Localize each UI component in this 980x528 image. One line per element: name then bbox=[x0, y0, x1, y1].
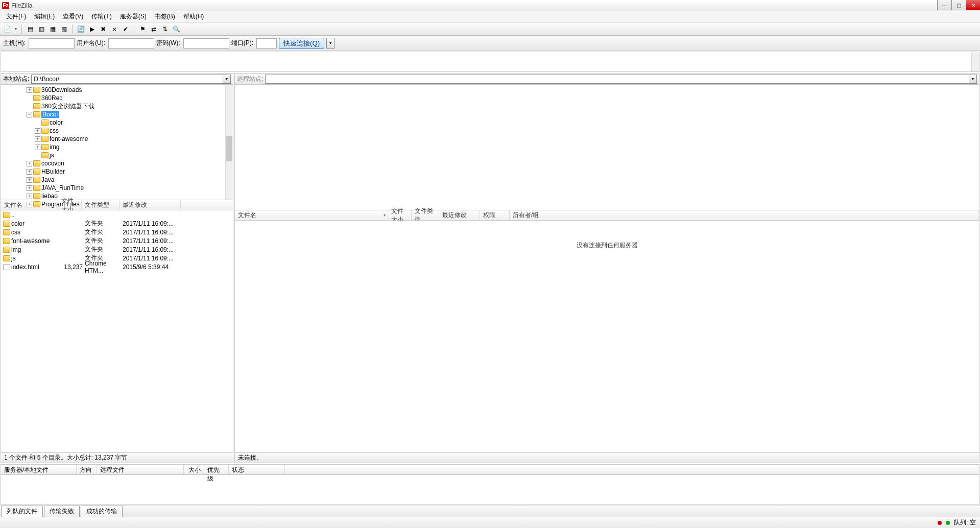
col-filename[interactable]: 文件名 bbox=[235, 210, 388, 220]
scrollbar-thumb[interactable] bbox=[226, 136, 232, 161]
password-input[interactable] bbox=[183, 38, 229, 49]
col-priority[interactable]: 优先级 bbox=[204, 465, 229, 474]
toggle-log-icon[interactable]: ▤ bbox=[25, 24, 35, 34]
sync-browse-icon[interactable]: ⇅ bbox=[160, 24, 170, 34]
tree-item[interactable]: +360Downloads bbox=[1, 86, 233, 94]
col-direction[interactable]: 方向 bbox=[77, 465, 97, 474]
file-row[interactable]: font-awesome文件夹2017/1/11 16:09:... bbox=[1, 236, 233, 245]
tree-label: css bbox=[50, 127, 59, 134]
not-connected-msg: 没有连接到任何服务器 bbox=[235, 241, 979, 250]
minimize-button[interactable]: — bbox=[937, 0, 951, 10]
tree-item[interactable]: −Bocor bbox=[1, 110, 233, 118]
transfer-list[interactable] bbox=[1, 475, 979, 505]
file-row[interactable]: css文件夹2017/1/11 16:09:... bbox=[1, 228, 233, 236]
username-input[interactable] bbox=[108, 38, 154, 49]
local-site-combo[interactable]: D:\Bocor\ ▾ bbox=[31, 75, 231, 84]
tree-item[interactable]: +font-awesome bbox=[1, 135, 233, 143]
dropdown-arrow-icon[interactable]: ▾ bbox=[969, 75, 976, 83]
disconnect-icon[interactable]: ⨯ bbox=[109, 24, 119, 34]
col-owner[interactable]: 所有者/组 bbox=[510, 210, 979, 220]
tree-expander[interactable]: + bbox=[27, 169, 32, 175]
tree-item[interactable]: +css bbox=[1, 127, 233, 135]
col-status[interactable]: 状态 bbox=[229, 465, 285, 474]
folder-icon bbox=[33, 193, 40, 199]
remote-file-list[interactable]: 没有连接到任何服务器 bbox=[235, 221, 979, 452]
quickconnect-dropdown[interactable]: ▾ bbox=[326, 38, 334, 49]
file-row[interactable]: img文件夹2017/1/11 16:09:... bbox=[1, 245, 233, 254]
toggle-queue-icon[interactable]: ▦ bbox=[47, 24, 58, 34]
col-size[interactable]: 大小 bbox=[184, 465, 204, 474]
tree-expander[interactable]: + bbox=[35, 145, 40, 150]
tree-expander[interactable]: + bbox=[35, 128, 40, 134]
cancel-icon[interactable]: ✖ bbox=[98, 24, 108, 34]
tree-expander[interactable]: − bbox=[27, 112, 32, 117]
tree-expander[interactable]: + bbox=[27, 177, 32, 183]
toggle-tree-icon[interactable]: ▥ bbox=[36, 24, 46, 34]
tree-expander[interactable]: + bbox=[27, 161, 32, 166]
tab-failed[interactable]: 传输失败 bbox=[44, 506, 80, 517]
tree-item[interactable]: +Java bbox=[1, 176, 233, 184]
local-tree[interactable]: +360Downloads360Rec360安全浏览器下载−Bocorcolor… bbox=[1, 85, 233, 200]
dropdown-arrow-icon[interactable]: ▾ bbox=[223, 75, 230, 83]
col-filetype[interactable]: 文件类型 bbox=[82, 200, 119, 210]
search-icon[interactable]: 🔍 bbox=[171, 24, 181, 34]
scrollbar[interactable] bbox=[971, 52, 979, 71]
tree-item[interactable]: +img bbox=[1, 143, 233, 151]
col-server-file[interactable]: 服务器/本地文件 bbox=[1, 465, 77, 474]
menu-transfer[interactable]: 传输(T) bbox=[87, 11, 115, 22]
port-input[interactable] bbox=[256, 38, 277, 49]
tab-successful[interactable]: 成功的传输 bbox=[81, 506, 123, 517]
tree-item[interactable]: +cocovpn bbox=[1, 159, 233, 167]
tree-item[interactable]: js bbox=[1, 151, 233, 159]
host-label: 主机(H): bbox=[3, 39, 26, 47]
menu-help[interactable]: 帮助(H) bbox=[179, 11, 208, 22]
col-filetype[interactable]: 文件类型 bbox=[412, 210, 439, 220]
folder-icon bbox=[3, 247, 10, 253]
maximize-button[interactable]: ▢ bbox=[951, 0, 966, 10]
tree-item[interactable]: 360Rec bbox=[1, 94, 233, 102]
tree-item[interactable]: +liebao bbox=[1, 192, 233, 200]
file-row[interactable]: color文件夹2017/1/11 16:09:... bbox=[1, 219, 233, 228]
tree-expander[interactable]: + bbox=[27, 185, 32, 191]
col-lastmod[interactable]: 最近修改 bbox=[119, 200, 181, 210]
col-remote-file[interactable]: 远程文件 bbox=[97, 465, 184, 474]
file-row[interactable]: .. bbox=[1, 210, 233, 219]
tree-expander[interactable]: + bbox=[27, 87, 32, 93]
tree-expander[interactable]: + bbox=[27, 194, 32, 199]
quickconnect-button[interactable]: 快速连接(Q) bbox=[279, 38, 324, 49]
scrollbar[interactable] bbox=[225, 85, 233, 200]
tree-item[interactable]: color bbox=[1, 118, 233, 127]
site-manager-dropdown[interactable]: ▾ bbox=[13, 24, 18, 34]
tree-item[interactable]: +HBuilder bbox=[1, 167, 233, 176]
refresh-icon[interactable]: 🔄 bbox=[76, 24, 86, 34]
menu-bookmarks[interactable]: 书签(B) bbox=[151, 11, 179, 22]
col-filesize[interactable]: 文件大小 bbox=[58, 200, 82, 210]
remote-tree[interactable] bbox=[235, 85, 979, 210]
tree-expander[interactable]: + bbox=[35, 136, 40, 142]
host-input[interactable] bbox=[29, 38, 75, 49]
file-row[interactable]: index.html13,237Chrome HTM...2015/9/6 5:… bbox=[1, 262, 233, 271]
col-permission[interactable]: 权限 bbox=[480, 210, 510, 220]
reconnect-icon[interactable]: ✔ bbox=[121, 24, 131, 34]
remote-site-combo[interactable]: ▾ bbox=[265, 75, 977, 84]
compare-icon[interactable]: ⇄ bbox=[149, 24, 159, 34]
col-filename[interactable]: 文件名 bbox=[1, 200, 58, 210]
file-name: color bbox=[11, 220, 61, 227]
site-manager-icon[interactable]: 📄 bbox=[2, 24, 12, 34]
menu-edit[interactable]: 编辑(E) bbox=[30, 11, 59, 22]
tree-item[interactable]: 360安全浏览器下载 bbox=[1, 102, 233, 110]
tree-item[interactable]: +JAVA_RunTime bbox=[1, 184, 233, 192]
process-queue-icon[interactable]: ▶ bbox=[87, 24, 97, 34]
tab-queued[interactable]: 列队的文件 bbox=[1, 506, 43, 517]
local-file-list[interactable]: ..color文件夹2017/1/11 16:09:...css文件夹2017/… bbox=[1, 210, 233, 452]
folder-icon bbox=[41, 144, 49, 150]
toggle-transfer-icon[interactable]: ▧ bbox=[59, 24, 69, 34]
menu-view[interactable]: 查看(V) bbox=[59, 11, 87, 22]
filter-icon[interactable]: ⚑ bbox=[137, 24, 148, 34]
menu-server[interactable]: 服务器(S) bbox=[116, 11, 151, 22]
log-panel[interactable] bbox=[1, 52, 979, 72]
close-button[interactable]: ✕ bbox=[966, 0, 980, 10]
menu-file[interactable]: 文件(F) bbox=[2, 11, 30, 22]
col-lastmod[interactable]: 最近修改 bbox=[439, 210, 480, 220]
col-filesize[interactable]: 文件大小 bbox=[388, 210, 412, 220]
